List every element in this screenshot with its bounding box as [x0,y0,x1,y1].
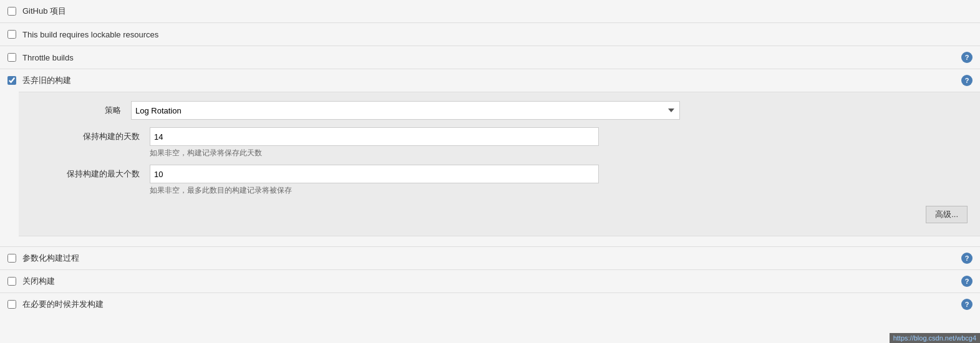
max-hint: 如果非空，最多此数目的构建记录将被保存 [150,185,968,196]
disable-help-icon[interactable]: ? [961,276,973,287]
discard-checkbox[interactable] [7,76,16,85]
throttle-label: Throttle builds [22,53,956,62]
main-content: GitHub 项目 This build requires lockable r… [0,0,980,343]
advanced-button[interactable]: 高级... [926,206,968,223]
discard-label: 丢弃旧的构建 [22,75,956,86]
concurrent-row: 在必要的时候并发构建 ? [0,293,980,316]
discard-row: 丢弃旧的构建 ? [0,69,980,92]
strategy-row: 策略 Log Rotation [31,101,968,120]
throttle-checkbox[interactable] [7,53,16,62]
subsection-inner: 保持构建的天数 如果非空，构建记录将保存此天数 保持构建的最大个数 如果非空，最… [31,127,968,223]
github-label: GitHub 项目 [22,6,973,17]
github-row: GitHub 项目 [0,0,980,22]
github-checkbox[interactable] [7,7,16,16]
parameterize-label: 参数化构建过程 [22,253,956,264]
discard-help-icon[interactable]: ? [961,75,973,86]
days-row: 保持构建的天数 如果非空，构建记录将保存此天数 [31,127,968,158]
max-control-wrap: 如果非空，最多此数目的构建记录将被保存 [150,165,968,196]
parameterize-help-icon[interactable]: ? [961,253,973,264]
disable-label: 关闭构建 [22,276,956,287]
lockable-checkbox[interactable] [7,30,16,39]
concurrent-checkbox[interactable] [7,300,16,309]
strategy-select[interactable]: Log Rotation [131,101,680,120]
max-row: 保持构建的最大个数 如果非空，最多此数目的构建记录将被保存 [31,165,968,196]
max-label: 保持构建的最大个数 [50,165,150,180]
disable-row: 关闭构建 ? [0,270,980,292]
concurrent-label: 在必要的时候并发构建 [22,299,956,310]
days-label: 保持构建的天数 [50,127,150,142]
days-hint: 如果非空，构建记录将保存此天数 [150,148,968,158]
throttle-help-icon[interactable]: ? [961,52,973,63]
advanced-row: 高级... [31,206,968,223]
concurrent-help-icon[interactable]: ? [961,299,973,310]
url-bar: https://blog.csdn.net/wbcg4 [890,333,980,343]
strategy-label: 策略 [31,101,131,116]
days-input[interactable] [150,127,599,146]
throttle-row: Throttle builds ? [0,46,980,69]
parameterize-checkbox[interactable] [7,254,16,263]
spacer [0,236,980,246]
lockable-label: This build requires lockable resources [22,30,973,39]
strategy-control-wrap: Log Rotation [131,101,968,120]
days-control-wrap: 如果非空，构建记录将保存此天数 [150,127,968,158]
disable-checkbox[interactable] [7,277,16,286]
lockable-row: This build requires lockable resources [0,23,980,46]
max-input[interactable] [150,165,599,183]
discard-subsection: 策略 Log Rotation 保持构建的天数 如果非空，构建记录将保存此天数 … [19,92,980,236]
parameterize-row: 参数化构建过程 ? [0,247,980,269]
